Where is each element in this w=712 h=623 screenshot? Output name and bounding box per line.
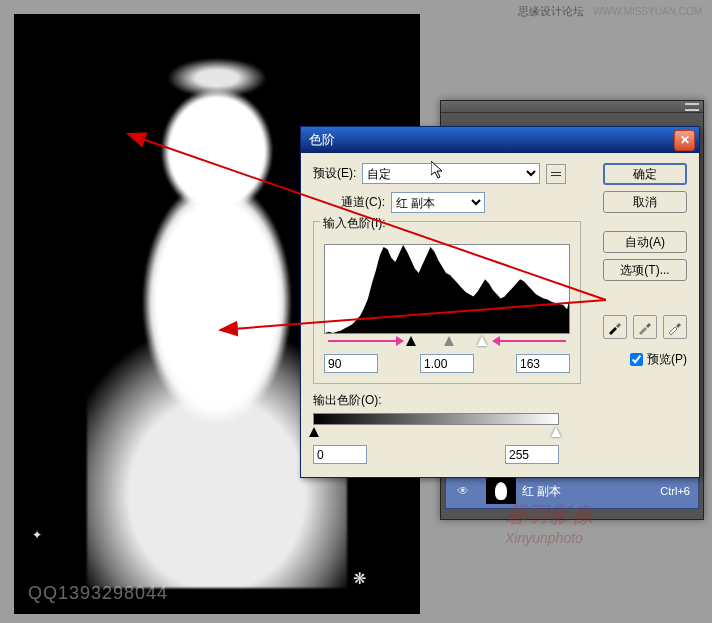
menu-lines-icon [551,172,561,176]
output-low-input[interactable] [313,445,367,464]
preview-checkbox[interactable] [630,353,643,366]
cancel-button[interactable]: 取消 [603,191,687,213]
preset-select[interactable]: 自定 [362,163,540,184]
black-point-eyedropper[interactable] [603,315,627,339]
auto-button[interactable]: 自动(A) [603,231,687,253]
output-high-input[interactable] [505,445,559,464]
output-slider-track[interactable] [313,427,559,441]
highlight-input[interactable] [516,354,570,373]
output-low-slider[interactable] [309,427,319,437]
close-button[interactable]: ✕ [674,130,695,151]
ok-button[interactable]: 确定 [603,163,687,185]
shadow-slider[interactable] [406,336,416,346]
midtone-input[interactable] [420,354,474,373]
channel-shortcut: Ctrl+6 [660,485,690,497]
output-gradient [313,413,559,425]
flower-decoration: ✦ [32,528,42,542]
preview-label[interactable]: 预览(P) [647,351,687,368]
annotation-arrow [494,340,566,342]
channel-name: 红 副本 [522,483,561,500]
annotation-arrow [328,340,402,342]
white-point-eyedropper[interactable] [663,315,687,339]
preset-menu-button[interactable] [546,164,566,184]
visibility-eye-icon[interactable]: 👁 [446,484,480,498]
channel-label: 通道(C): [341,194,385,211]
input-levels-label: 输入色阶(I): [320,215,389,232]
close-icon: ✕ [680,133,690,147]
shadow-input[interactable] [324,354,378,373]
flower-decoration: ❋ [353,569,366,588]
site-url: WWW.MISSYUAN.COM [593,6,702,17]
qq-watermark: QQ1393298044 [28,583,168,604]
channels-panel-header[interactable] [441,101,703,113]
options-button[interactable]: 选项(T)... [603,259,687,281]
gray-point-eyedropper[interactable] [633,315,657,339]
output-levels-label: 输出色阶(O): [313,392,687,409]
output-high-slider[interactable] [551,427,561,437]
eyedropper-icon [667,319,683,335]
histogram [324,244,570,334]
channel-select[interactable]: 红 副本 [391,192,485,213]
site-name: 思缘设计论坛 [518,5,584,17]
input-slider-track[interactable] [324,336,570,350]
dialog-titlebar[interactable]: 色阶 ✕ [301,127,699,153]
center-watermark: 馨羽影像 Xinyunphoto [505,500,593,546]
eyedropper-icon [637,319,653,335]
input-levels-group: 输入色阶(I): [313,221,581,384]
preset-label: 预设(E): [313,165,356,182]
eyedropper-icon [607,319,623,335]
dialog-title: 色阶 [309,131,674,149]
levels-dialog: 色阶 ✕ 预设(E): 自定 通道(C): 红 副本 输入色阶(I): [300,126,700,478]
midtone-slider[interactable] [444,336,454,346]
panel-menu-icon[interactable] [685,103,699,111]
highlight-slider[interactable] [477,336,487,346]
